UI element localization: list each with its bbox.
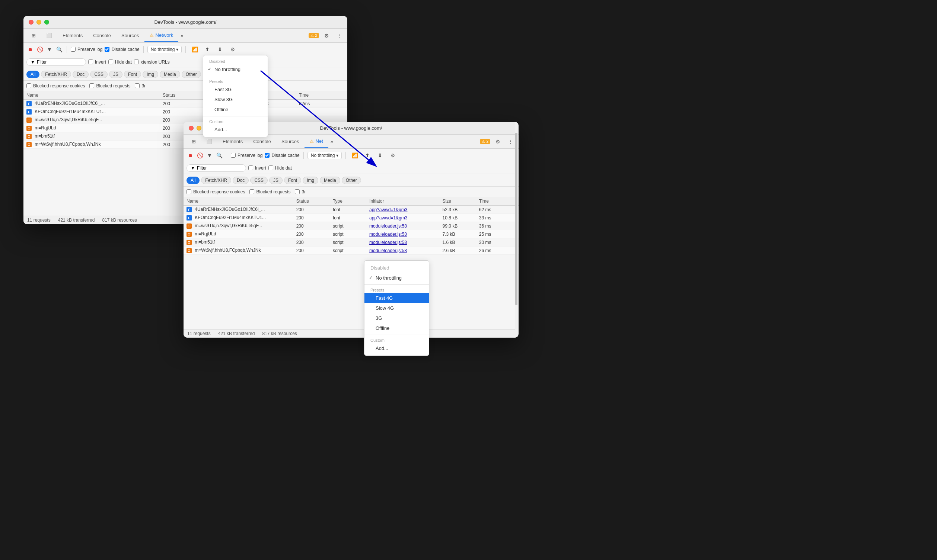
- filter-toggle-btn-2[interactable]: ▼: [206, 152, 213, 159]
- chip-fetch-xhr[interactable]: Fetch/XHR: [41, 71, 71, 78]
- chip-other[interactable]: Other: [182, 71, 201, 78]
- menu2-3g[interactable]: 3G: [364, 313, 429, 323]
- chip2-css[interactable]: CSS: [250, 177, 268, 184]
- table-row[interactable]: ⊡ m=ws9Tlc,n73qwf,GkRiKb,e5qF... 200 scr…: [184, 222, 519, 230]
- preserve-log-label[interactable]: Preserve log: [71, 47, 102, 52]
- table-row[interactable]: F 4UaRrENHsxJIGDuGo1OIlJfC6l_... 200 fon…: [184, 206, 519, 214]
- download-icon[interactable]: ⬇: [215, 44, 225, 55]
- cell2-initiator[interactable]: moduleloader.js:58: [369, 240, 442, 245]
- third-party-label[interactable]: 3r: [135, 83, 145, 89]
- chip2-fetch-xhr[interactable]: Fetch/XHR: [201, 177, 231, 184]
- filter-toggle-btn[interactable]: ▼: [46, 46, 53, 53]
- blocked-cookies-checkbox[interactable]: [26, 83, 31, 88]
- scrollbar-thumb-2[interactable]: [515, 133, 517, 305]
- more-tabs[interactable]: »: [178, 30, 185, 41]
- tab-sources[interactable]: Sources: [116, 30, 144, 41]
- cell2-initiator[interactable]: moduleloader.js:58: [369, 232, 442, 237]
- initiator-link[interactable]: moduleloader.js:58: [369, 248, 407, 253]
- hide-data-checkbox[interactable]: [108, 60, 113, 64]
- filter-input-1[interactable]: ▼ Filter: [26, 58, 86, 66]
- chip2-doc[interactable]: Doc: [233, 177, 249, 184]
- blocked-requests-label-2[interactable]: Blocked requests: [249, 189, 290, 194]
- chip2-font[interactable]: Font: [284, 177, 301, 184]
- preserve-log-checkbox-2[interactable]: [231, 153, 236, 158]
- chip2-media[interactable]: Media: [320, 177, 340, 184]
- initiator-link[interactable]: app?awwd=1&gm3: [369, 207, 407, 212]
- chip-media[interactable]: Media: [160, 71, 180, 78]
- minimize-button-2[interactable]: [196, 126, 201, 131]
- initiator-link[interactable]: moduleloader.js:58: [369, 240, 407, 245]
- tab2-device[interactable]: ⬜: [201, 136, 218, 147]
- clear-btn-2[interactable]: 🚫: [196, 152, 204, 159]
- upload-icon-2[interactable]: ⬆: [362, 150, 373, 161]
- chip2-all[interactable]: All: [187, 177, 199, 184]
- close-button[interactable]: [29, 20, 34, 25]
- tab2-elements[interactable]: Elements: [218, 136, 248, 147]
- hide-data-label[interactable]: Hide dat: [108, 60, 132, 65]
- tab-network[interactable]: ⚠ Network: [144, 29, 179, 42]
- tab2-console[interactable]: Console: [248, 136, 276, 147]
- chip2-js[interactable]: JS: [269, 177, 282, 184]
- menu2-fast-4g[interactable]: Fast 4G: [364, 293, 429, 303]
- close-button-2[interactable]: [189, 126, 194, 131]
- more-button-2[interactable]: ⋮: [505, 137, 516, 147]
- blocked-requests-checkbox[interactable]: [90, 83, 94, 88]
- tab-elements[interactable]: Elements: [57, 30, 88, 41]
- menu-no-throttling[interactable]: No throttling: [203, 64, 268, 74]
- hide-data-checkbox-2[interactable]: [269, 165, 273, 170]
- tab2-inspector[interactable]: ⊞: [187, 136, 201, 147]
- table-row[interactable]: ⊡ m=Wt6vjf,hhhU8,FCpbqb,WhJNk 200 script…: [184, 246, 519, 255]
- table-row[interactable]: ⊡ m=RqjULd 200 script moduleloader.js:58…: [184, 230, 519, 238]
- third-party-label-2[interactable]: 3r: [295, 189, 306, 194]
- preserve-log-checkbox[interactable]: [71, 47, 76, 52]
- invert-label-2[interactable]: Invert: [248, 165, 266, 171]
- tab-device[interactable]: ⬜: [41, 30, 57, 41]
- minimize-button[interactable]: [37, 20, 41, 25]
- wifi-icon-2[interactable]: 📶: [350, 150, 360, 161]
- network-settings-btn-2[interactable]: ⚙: [387, 150, 398, 161]
- tab-console[interactable]: Console: [88, 30, 116, 41]
- menu2-add[interactable]: Add...: [364, 343, 429, 353]
- hide-data-label-2[interactable]: Hide dat: [269, 165, 292, 171]
- third-party-checkbox-2[interactable]: [295, 189, 299, 194]
- blocked-cookies-label-2[interactable]: Blocked response cookies: [187, 189, 245, 194]
- search-btn[interactable]: 🔍: [56, 46, 63, 53]
- blocked-requests-label[interactable]: Blocked requests: [90, 83, 130, 89]
- chip2-img[interactable]: Img: [303, 177, 318, 184]
- invert-label[interactable]: Invert: [88, 60, 106, 65]
- disable-cache-checkbox[interactable]: [105, 47, 110, 52]
- stop-recording-btn-2[interactable]: ⏺: [187, 152, 194, 159]
- chip2-other[interactable]: Other: [342, 177, 361, 184]
- blocked-cookies-checkbox-2[interactable]: [187, 189, 191, 194]
- throttle-dropdown-btn-2[interactable]: No throttling ▾: [307, 152, 342, 159]
- chip-js[interactable]: JS: [109, 71, 122, 78]
- preserve-log-label-2[interactable]: Preserve log: [231, 153, 262, 158]
- tab-inspector[interactable]: ⊞: [26, 30, 41, 41]
- table-row[interactable]: F 4UaRrENHsxJIGDuGo1OIlJfC6l_... 200 fon…: [23, 100, 347, 108]
- clear-btn[interactable]: 🚫: [36, 46, 43, 53]
- maximize-button[interactable]: [44, 20, 49, 25]
- table-row[interactable]: F KFOmCnqEu92Fr1Mu4mxKKTU1... 200 font a…: [184, 214, 519, 222]
- extension-urls-checkbox[interactable]: [134, 60, 139, 64]
- chip-doc[interactable]: Doc: [73, 71, 89, 78]
- initiator-link[interactable]: moduleloader.js:58: [369, 223, 407, 229]
- download-icon-2[interactable]: ⬇: [375, 150, 385, 161]
- cell2-initiator[interactable]: app?awwd=1&gm3: [369, 207, 442, 212]
- disable-cache-label-2[interactable]: Disable cache: [265, 153, 299, 158]
- menu2-no-throttling[interactable]: No throttling: [364, 273, 429, 283]
- invert-checkbox[interactable]: [88, 60, 93, 64]
- chip-css[interactable]: CSS: [90, 71, 108, 78]
- wifi-icon[interactable]: 📶: [190, 44, 200, 55]
- scrollbar-2[interactable]: [515, 122, 518, 338]
- cell2-initiator[interactable]: app?awwd=1&gm3: [369, 215, 442, 220]
- menu2-slow-4g[interactable]: Slow 4G: [364, 303, 429, 313]
- chip-img[interactable]: Img: [143, 71, 158, 78]
- third-party-checkbox[interactable]: [135, 83, 140, 88]
- initiator-link[interactable]: moduleloader.js:58: [369, 232, 407, 237]
- table-row[interactable]: ⊡ m=bm51tf 200 script moduleloader.js:58…: [184, 238, 519, 246]
- filter-input-2[interactable]: ▼ Filter: [187, 165, 246, 172]
- disable-cache-checkbox-2[interactable]: [265, 153, 270, 158]
- menu-fast-3g[interactable]: Fast 3G: [203, 85, 268, 94]
- disable-cache-label[interactable]: Disable cache: [105, 47, 139, 52]
- extension-urls-label[interactable]: xtension URLs: [134, 60, 170, 65]
